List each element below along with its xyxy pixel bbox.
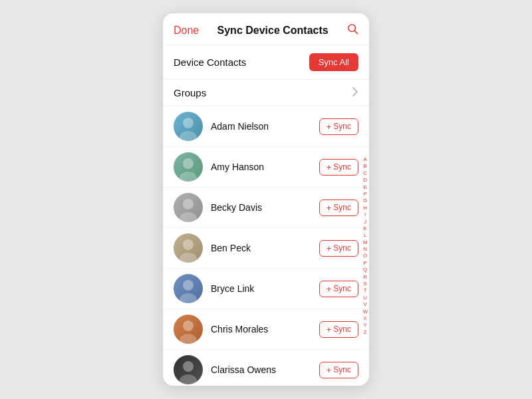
device-contacts-label: Device Contacts	[174, 57, 246, 68]
svg-point-8	[183, 239, 194, 250]
alpha-index[interactable]: ABCDEFGHIJKLMNOPQRSTUVWXYZ	[362, 156, 368, 336]
contact-name: Chris Morales	[211, 324, 319, 334]
groups-row[interactable]: Groups	[163, 80, 369, 106]
alpha-letter[interactable]: X	[364, 315, 367, 322]
svg-point-6	[183, 199, 194, 209]
avatar	[174, 152, 203, 182]
alpha-letter[interactable]: E	[364, 184, 367, 190]
contact-name: Amy Hanson	[211, 162, 319, 172]
contacts-list: Adam Nielson+ Sync Amy Hanson+ Sync Beck…	[163, 106, 369, 386]
alpha-letter[interactable]: H	[363, 205, 367, 211]
svg-point-12	[183, 321, 194, 331]
alpha-letter[interactable]: N	[363, 246, 367, 253]
svg-point-5	[180, 172, 197, 182]
alpha-letter[interactable]: Z	[364, 329, 367, 336]
plus-icon: +	[327, 122, 332, 132]
avatar	[174, 233, 203, 263]
alpha-letter[interactable]: L	[364, 232, 366, 239]
list-item: Adam Nielson+ Sync	[163, 106, 369, 147]
done-button[interactable]: Done	[174, 25, 199, 37]
svg-point-10	[183, 280, 194, 291]
alpha-letter[interactable]: Q	[363, 267, 367, 273]
list-item: Becky Davis+ Sync	[163, 188, 369, 228]
alpha-letter[interactable]: J	[364, 218, 366, 225]
alpha-letter[interactable]: M	[363, 239, 368, 246]
list-item: Bryce Link+ Sync	[163, 269, 369, 309]
header: Done Sync Device Contacts	[163, 13, 369, 45]
alpha-letter[interactable]: P	[364, 260, 367, 267]
groups-label: Groups	[174, 87, 206, 98]
contact-name: Adam Nielson	[211, 121, 319, 132]
avatar	[174, 274, 203, 303]
sync-button[interactable]: + Sync	[319, 281, 358, 297]
svg-point-15	[180, 374, 197, 384]
avatar	[174, 315, 203, 344]
contact-name: Ben Peck	[211, 243, 319, 253]
plus-icon: +	[327, 284, 332, 294]
svg-point-11	[180, 293, 197, 303]
sync-button[interactable]: + Sync	[319, 118, 358, 135]
alpha-letter[interactable]: I	[364, 211, 366, 218]
svg-point-14	[183, 361, 194, 372]
alpha-letter[interactable]: K	[364, 225, 367, 232]
alpha-letter[interactable]: T	[364, 287, 367, 294]
svg-line-1	[354, 31, 357, 33]
alpha-letter[interactable]: U	[363, 295, 367, 301]
plus-icon: +	[327, 162, 332, 172]
svg-point-13	[180, 334, 197, 344]
avatar	[174, 193, 203, 222]
contact-name: Bryce Link	[211, 283, 319, 294]
plus-icon: +	[327, 243, 332, 253]
device-contacts-row: Device Contacts Sync All	[163, 45, 369, 80]
alpha-letter[interactable]: O	[363, 253, 367, 259]
svg-point-9	[180, 253, 197, 263]
page-title: Sync Device Contacts	[217, 25, 329, 37]
sync-all-button[interactable]: Sync All	[309, 53, 358, 71]
alpha-letter[interactable]: G	[363, 198, 367, 204]
alpha-letter[interactable]: S	[364, 281, 367, 287]
plus-icon: +	[327, 365, 332, 375]
alpha-letter[interactable]: C	[363, 170, 367, 177]
contact-name: Clarissa Owens	[211, 364, 319, 375]
avatar	[174, 112, 203, 141]
alpha-letter[interactable]: V	[364, 301, 367, 308]
sync-button[interactable]: + Sync	[319, 200, 358, 216]
svg-point-2	[183, 118, 194, 128]
svg-point-4	[183, 158, 194, 169]
list-item: Ben Peck+ Sync	[163, 228, 369, 269]
alpha-letter[interactable]: F	[364, 191, 367, 198]
alpha-letter[interactable]: R	[363, 274, 367, 281]
sync-button[interactable]: + Sync	[319, 159, 358, 176]
sync-button[interactable]: + Sync	[319, 240, 358, 257]
sync-button[interactable]: + Sync	[319, 362, 358, 378]
plus-icon: +	[327, 325, 332, 334]
alpha-letter[interactable]: Y	[364, 322, 367, 329]
alpha-letter[interactable]: W	[362, 309, 368, 315]
list-item: Chris Morales+ Sync	[163, 309, 369, 350]
plus-icon: +	[327, 203, 332, 213]
contact-name: Becky Davis	[211, 202, 319, 213]
chevron-right-icon	[352, 86, 358, 99]
svg-point-7	[180, 212, 197, 222]
list-item: Amy Hanson+ Sync	[163, 147, 369, 188]
alpha-letter[interactable]: A	[364, 156, 367, 163]
alpha-letter[interactable]: B	[364, 163, 367, 170]
phone-panel: Done Sync Device Contacts Device Contact…	[163, 13, 369, 386]
search-icon[interactable]	[346, 23, 358, 38]
alpha-letter[interactable]: D	[363, 177, 367, 184]
avatar	[174, 355, 203, 384]
svg-point-3	[180, 131, 197, 141]
list-item: Clarissa Owens+ Sync	[163, 350, 369, 386]
sync-button[interactable]: + Sync	[319, 321, 358, 338]
